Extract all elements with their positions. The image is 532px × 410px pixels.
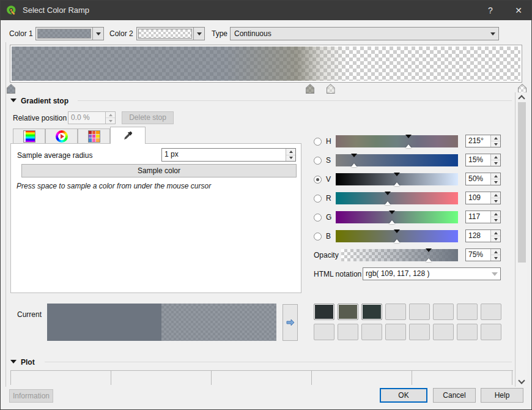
spin-up-icon[interactable] (491, 249, 500, 255)
current-label: Current (17, 310, 42, 319)
swatch-cell[interactable] (385, 304, 406, 320)
channel-radio-V[interactable] (314, 176, 322, 184)
channel-radio-R[interactable] (314, 195, 322, 203)
channel-slider-V[interactable] (336, 173, 458, 185)
close-button[interactable]: ✕ (509, 1, 528, 20)
plot-tick (211, 370, 212, 385)
titlebar[interactable]: Select Color Ramp ? ✕ (1, 1, 531, 20)
swatch-cell[interactable] (433, 304, 454, 320)
spin-up-icon[interactable] (106, 112, 115, 118)
spin-down-icon[interactable] (491, 141, 500, 147)
delete-stop-button[interactable]: Delete stop (122, 111, 174, 124)
channel-slider-G[interactable] (336, 211, 458, 223)
channel-radio-B[interactable] (314, 233, 322, 240)
swatch-cell[interactable] (481, 304, 501, 320)
chevron-down-icon (92, 28, 103, 40)
spin-up-icon[interactable] (491, 192, 500, 198)
gradient-stop-marker[interactable] (306, 84, 314, 94)
recent-swatches-grid (314, 304, 504, 340)
swatch-cell[interactable] (338, 324, 358, 340)
spin-up-icon[interactable] (491, 173, 500, 179)
add-to-swatches-button[interactable] (283, 304, 298, 341)
swatch-cell[interactable] (481, 324, 501, 340)
channel-spinbox-V[interactable]: 50% (465, 173, 501, 185)
relative-position-label: Relative position (13, 114, 67, 122)
color1-dropdown[interactable] (35, 27, 104, 40)
channel-spinbox-H[interactable]: 215° (465, 135, 501, 147)
channel-radio-H[interactable] (314, 138, 322, 146)
spin-down-icon[interactable] (491, 160, 500, 166)
spin-up-icon[interactable] (491, 211, 500, 217)
gradient-stop-marker[interactable] (7, 84, 15, 94)
html-notation-label: HTML notation (314, 270, 361, 278)
gradient-ramp-preview[interactable] (10, 45, 522, 83)
channel-label: B (326, 232, 331, 240)
channel-radio-S[interactable] (314, 157, 322, 165)
opacity-slider[interactable] (341, 249, 458, 261)
plot-tick (512, 370, 512, 385)
plot-section-title: Plot (21, 358, 35, 367)
type-label: Type (212, 27, 227, 40)
swatch-cell[interactable] (314, 324, 334, 340)
channel-label: G (326, 213, 331, 222)
spin-down-icon[interactable] (491, 236, 500, 242)
channel-slider-S[interactable] (336, 154, 458, 166)
swatch-cell[interactable] (409, 304, 430, 320)
swatch-cell[interactable] (385, 324, 406, 340)
spin-up-icon[interactable] (491, 154, 500, 160)
help-button[interactable]: Help (481, 388, 523, 403)
swatch-cell[interactable] (433, 324, 454, 340)
spin-down-icon[interactable] (491, 255, 500, 261)
cancel-button[interactable]: Cancel (433, 388, 476, 403)
information-button[interactable]: Information (9, 389, 53, 403)
channel-slider-B[interactable] (336, 230, 458, 242)
spin-up-icon[interactable] (286, 149, 295, 155)
html-notation-input[interactable]: rgb( 109, 117, 128 ) (363, 267, 501, 280)
spin-up-icon[interactable] (491, 135, 500, 141)
swatch-cell[interactable] (314, 304, 334, 320)
swatch-cell[interactable] (457, 324, 478, 340)
color2-swatch (138, 29, 192, 39)
current-color-swatch (47, 304, 276, 341)
collapse-gradient-stop-icon[interactable] (10, 99, 17, 102)
ok-button[interactable]: OK (380, 388, 427, 403)
collapse-plot-icon[interactable] (10, 360, 17, 363)
channel-spinbox-B[interactable]: 128 (465, 229, 501, 242)
spin-down-icon[interactable] (491, 198, 500, 204)
relative-position-spinbox[interactable]: 0.0 % (68, 111, 116, 124)
swatch-cell[interactable] (361, 324, 382, 340)
gradient-ramp-overlay (12, 47, 520, 81)
channel-spinbox-G[interactable]: 117 (465, 211, 501, 223)
opacity-label: Opacity (314, 251, 339, 259)
gradient-stop-marker[interactable] (327, 84, 335, 94)
sample-color-button[interactable]: Sample color (21, 164, 297, 177)
channel-slider-R[interactable] (336, 192, 458, 204)
sample-radius-label: Sample average radius (17, 151, 92, 160)
scroll-down-icon[interactable] (518, 377, 525, 384)
scroll-up-icon[interactable] (518, 95, 525, 102)
section-divider (78, 100, 512, 101)
swatch-cell[interactable] (361, 304, 382, 320)
spin-up-icon[interactable] (491, 230, 500, 236)
channel-radio-G[interactable] (314, 214, 322, 222)
help-titlebar-button[interactable]: ? (481, 1, 500, 20)
blue-arrow-right-icon (286, 318, 295, 327)
swatch-cell[interactable] (457, 304, 478, 320)
spin-down-icon[interactable] (106, 118, 115, 124)
color2-dropdown[interactable] (136, 27, 205, 40)
spin-down-icon[interactable] (491, 217, 500, 223)
color1-label: Color 1 (9, 27, 33, 40)
channel-spinbox-R[interactable]: 109 (465, 192, 501, 204)
type-dropdown[interactable]: Continuous (230, 27, 499, 40)
channel-slider-H[interactable] (336, 135, 458, 147)
spin-down-icon[interactable] (491, 179, 500, 185)
channel-spinbox-S[interactable]: 15% (465, 154, 501, 166)
swatch-cell[interactable] (409, 324, 430, 340)
plot-tick (311, 370, 312, 385)
swatch-cell[interactable] (338, 304, 358, 320)
sample-radius-spinbox[interactable]: 1 px (161, 148, 296, 162)
tab-color-picker[interactable] (110, 127, 146, 144)
opacity-spinbox[interactable]: 75% (465, 248, 501, 261)
color1-swatch (37, 29, 91, 39)
spin-down-icon[interactable] (286, 155, 295, 162)
